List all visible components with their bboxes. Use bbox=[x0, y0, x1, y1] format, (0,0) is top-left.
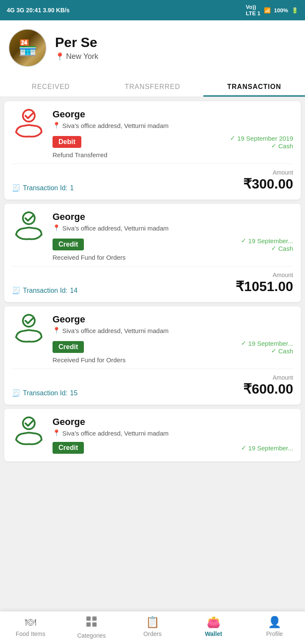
credit-badge: Credit bbox=[53, 442, 84, 454]
transaction-card: George 📍 Siva's office addresd, Vetturni… bbox=[4, 306, 301, 405]
person-name: George bbox=[53, 211, 293, 222]
card-divider bbox=[12, 266, 293, 266]
svg-rect-6 bbox=[86, 622, 91, 627]
network-type: 4G bbox=[7, 7, 15, 14]
amount-value: ₹600.00 bbox=[243, 381, 293, 397]
person-name: George bbox=[53, 314, 293, 325]
nav-item-wallet[interactable]: 👛 Wallet bbox=[183, 616, 244, 639]
card-top: George 📍 Siva's office addresd, Vetturni… bbox=[12, 109, 293, 158]
profile-icon: 👤 bbox=[268, 616, 281, 629]
transaction-icon-credit bbox=[12, 211, 46, 241]
nav-label-food-items: Food Items bbox=[16, 630, 45, 637]
categories-icon bbox=[86, 616, 97, 630]
amount-block: Amount ₹300.00 bbox=[243, 169, 293, 192]
card-meta: Credit ✓ 19 September... bbox=[53, 442, 293, 454]
receipt-icon: 🧾 bbox=[12, 184, 20, 192]
status-left: 4G 3G 20:41 3.90 KB/s bbox=[7, 7, 69, 14]
amount-value: ₹300.00 bbox=[243, 176, 293, 192]
nav-label-wallet: Wallet bbox=[205, 630, 222, 637]
amount-block: Amount ₹600.00 bbox=[243, 374, 293, 397]
card-info: George 📍 Siva's office addresd, Vetturni… bbox=[53, 211, 293, 261]
address: 📍 Siva's office addresd, Vetturni madam bbox=[53, 327, 293, 334]
card-top: George 📍 Siva's office addresd, Vetturni… bbox=[12, 314, 293, 364]
credit-badge: Credit bbox=[53, 341, 84, 353]
location: 📍 New York bbox=[55, 52, 297, 61]
avatar bbox=[8, 29, 47, 67]
svg-rect-7 bbox=[92, 622, 97, 627]
person-name: George bbox=[53, 416, 293, 427]
transaction-card-partial: George 📍 Siva's office addresd, Vetturni… bbox=[4, 409, 301, 461]
payment-mode: ✓ Cash bbox=[241, 244, 293, 252]
bottom-nav: 🍽 Food Items Categories 📋 Orders 👛 Walle… bbox=[0, 611, 305, 644]
date-cash: ✓ 19 September... bbox=[241, 444, 293, 452]
lte-indicator: Vo))LTE 1 bbox=[246, 4, 260, 17]
address-pin-icon: 📍 bbox=[53, 224, 61, 232]
transaction-card: George 📍 Siva's office addresd, Vetturni… bbox=[4, 204, 301, 302]
transaction-id: 🧾 Transaction Id: 15 bbox=[12, 389, 78, 397]
time: 20:41 bbox=[26, 7, 41, 14]
transaction-id: 🧾 Transaction Id: 14 bbox=[12, 286, 78, 294]
transaction-list: George 📍 Siva's office addresd, Vetturni… bbox=[0, 97, 305, 466]
tab-transferred[interactable]: TRANSFERRED bbox=[102, 75, 203, 97]
transaction-icon-credit bbox=[12, 314, 46, 344]
date: ✓ 19 September... bbox=[241, 444, 293, 452]
date: ✓ 19 September... bbox=[241, 237, 293, 244]
address-pin-icon: 📍 bbox=[53, 122, 61, 129]
card-top: George 📍 Siva's office addresd, Vetturni… bbox=[12, 416, 293, 454]
location-text: New York bbox=[66, 52, 98, 61]
transaction-icon-credit bbox=[12, 416, 46, 446]
location-pin-icon: 📍 bbox=[55, 52, 64, 61]
card-bottom: 🧾 Transaction Id: 14 Amount ₹1051.00 bbox=[12, 272, 293, 294]
credit-badge: Credit bbox=[53, 239, 84, 250]
nav-item-categories[interactable]: Categories bbox=[61, 616, 122, 639]
status-right: Vo))LTE 1 📶 100% 🔋 bbox=[246, 4, 298, 17]
svg-rect-4 bbox=[86, 616, 91, 621]
receipt-icon: 🧾 bbox=[12, 286, 20, 294]
card-meta: Credit ✓ 19 September... ✓ Cash bbox=[53, 237, 293, 252]
transaction-description: Received Fund for Orders bbox=[53, 356, 293, 364]
date-cash: ✓ 19 September... ✓ Cash bbox=[241, 237, 293, 252]
nav-item-food-items[interactable]: 🍽 Food Items bbox=[0, 616, 61, 639]
card-bottom: 🧾 Transaction Id: 15 Amount ₹600.00 bbox=[12, 374, 293, 397]
tab-transaction[interactable]: TRANSACTION bbox=[203, 75, 305, 97]
restaurant-header: Per Se 📍 New York bbox=[0, 20, 305, 75]
amount-label: Amount bbox=[243, 374, 293, 381]
card-top: George 📍 Siva's office addresd, Vetturni… bbox=[12, 211, 293, 261]
nav-label-profile: Profile bbox=[266, 630, 283, 637]
transaction-icon-debit bbox=[12, 109, 46, 139]
orders-icon: 📋 bbox=[146, 616, 159, 629]
wallet-icon: 👛 bbox=[207, 616, 220, 629]
address: 📍 Siva's office addresd, Vetturni madam bbox=[53, 122, 293, 129]
card-meta: Credit ✓ 19 September... ✓ Cash bbox=[53, 339, 293, 355]
card-info: George 📍 Siva's office addresd, Vetturni… bbox=[53, 416, 293, 454]
nav-item-orders[interactable]: 📋 Orders bbox=[122, 616, 183, 639]
person-name: George bbox=[53, 109, 293, 120]
amount-block: Amount ₹1051.00 bbox=[236, 272, 293, 294]
payment-mode: ✓ Cash bbox=[230, 142, 293, 150]
card-meta: Debit ✓ 19 September 2019 ✓ Cash bbox=[53, 134, 293, 150]
restaurant-name: Per Se bbox=[55, 35, 297, 50]
status-bar: 4G 3G 20:41 3.90 KB/s Vo))LTE 1 📶 100% 🔋 bbox=[0, 0, 305, 20]
network-type2: 3G bbox=[17, 7, 25, 14]
avatar-image bbox=[9, 30, 46, 66]
card-info: George 📍 Siva's office addresd, Vetturni… bbox=[53, 109, 293, 158]
address-pin-icon: 📍 bbox=[53, 327, 61, 334]
card-divider bbox=[12, 369, 293, 369]
speed: 3.90 KB/s bbox=[43, 7, 69, 14]
battery-icon: 🔋 bbox=[291, 7, 298, 14]
amount-label: Amount bbox=[243, 169, 293, 176]
date: ✓ 19 September 2019 bbox=[230, 134, 293, 142]
card-bottom: 🧾 Transaction Id: 1 Amount ₹300.00 bbox=[12, 169, 293, 192]
debit-badge: Debit bbox=[53, 136, 81, 148]
date-cash: ✓ 19 September... ✓ Cash bbox=[241, 339, 293, 355]
card-info: George 📍 Siva's office addresd, Vetturni… bbox=[53, 314, 293, 364]
wifi-icon: 📶 bbox=[264, 7, 271, 14]
nav-item-profile[interactable]: 👤 Profile bbox=[244, 616, 305, 639]
battery-indicator: 100% bbox=[274, 7, 288, 14]
transaction-card: George 📍 Siva's office addresd, Vetturni… bbox=[4, 101, 301, 200]
header-info: Per Se 📍 New York bbox=[55, 35, 297, 61]
transaction-description: Refund Transferred bbox=[53, 151, 293, 158]
tab-received[interactable]: RECEIVED bbox=[0, 75, 102, 97]
receipt-icon: 🧾 bbox=[12, 389, 20, 397]
tabs-container: RECEIVED TRANSFERRED TRANSACTION bbox=[0, 75, 305, 97]
